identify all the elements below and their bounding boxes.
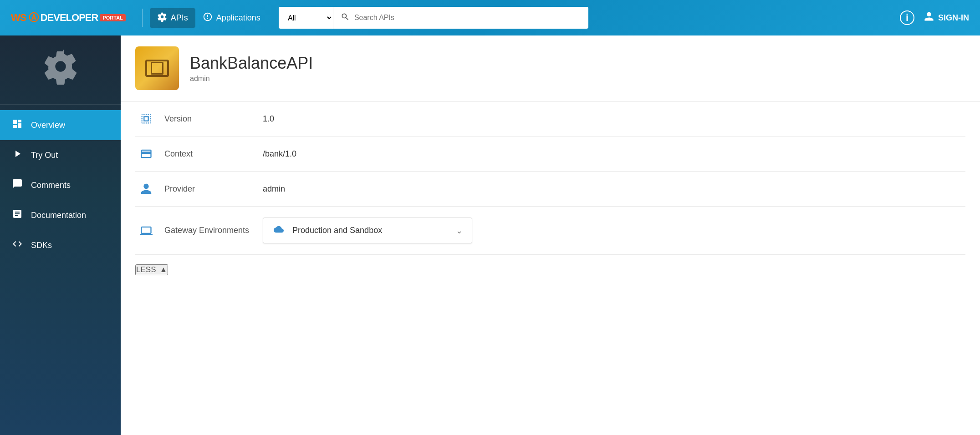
tryout-icon [11,148,24,162]
info-button[interactable]: i [900,10,914,25]
content-area: BankBalanceAPI admin Version 1.0 [121,35,980,435]
gateway-dropdown[interactable]: Production and Sandbox ⌄ [263,218,472,243]
main-layout: Overview Try Out Comments [0,35,980,435]
sidebar-nav: Overview Try Out Comments [0,105,121,266]
sidebar-item-tryout[interactable]: Try Out [0,140,121,170]
version-label: Version [164,114,255,124]
apis-gear-icon [157,12,167,24]
sdks-icon [11,238,24,252]
navbar: WS Ⓐ DEVELOPER PORTAL APIs Applications … [0,0,980,35]
person-icon [924,11,934,25]
sidebar-item-comments-label: Comments [31,181,71,190]
info-row-context: Context /bank/1.0 [135,137,965,172]
version-icon [135,112,157,125]
sign-in-button[interactable]: SIGN-IN [924,11,969,25]
sidebar-logo-area [0,35,121,105]
nav-tab-applications-label: Applications [216,13,260,23]
nav-tab-applications[interactable]: Applications [195,8,268,28]
gateway-env-icon [135,224,157,237]
api-icon [135,46,179,90]
info-row-provider: Provider admin [135,172,965,207]
search-box [333,7,588,29]
less-button[interactable]: LESS ▲ [135,264,168,275]
api-subtitle: admin [190,75,965,83]
search-icon [341,12,350,24]
sidebar: Overview Try Out Comments [0,35,121,435]
less-label: LESS [136,265,156,274]
context-icon [135,147,157,160]
sidebar-item-tryout-label: Try Out [31,151,58,160]
sidebar-item-overview-label: Overview [31,121,65,130]
gateway-value: Production and Sandbox [292,226,449,235]
sidebar-item-documentation[interactable]: Documentation [0,200,121,230]
brand-wso2: WS Ⓐ DEVELOPER [11,11,98,25]
overview-icon [11,118,24,132]
sidebar-item-sdks[interactable]: SDKs [0,230,121,260]
info-row-version: Version 1.0 [135,101,965,137]
documentation-icon [11,208,24,222]
less-arrow-icon: ▲ [159,265,167,274]
sidebar-gear-icon [42,48,79,91]
provider-icon [135,182,157,195]
nav-divider [142,9,143,27]
sidebar-item-documentation-label: Documentation [31,211,86,220]
version-value: 1.0 [263,114,274,124]
context-value: /bank/1.0 [263,149,296,159]
provider-label: Provider [164,184,255,194]
sign-in-label: SIGN-IN [938,13,969,23]
api-header: BankBalanceAPI admin [121,35,980,101]
search-area: All [279,7,588,29]
applications-icon [203,12,213,24]
chevron-down-icon: ⌄ [456,226,463,236]
gateway-label: Gateway Environments [164,226,255,235]
api-icon-inner [145,60,169,77]
brand: WS Ⓐ DEVELOPER PORTAL [11,11,126,25]
api-title-block: BankBalanceAPI admin [190,54,965,83]
info-section: Version 1.0 Context /bank/1.0 [121,101,980,255]
brand-portal-badge: PORTAL [100,14,125,21]
cloud-icon [272,223,285,238]
sidebar-item-overview[interactable]: Overview [0,110,121,140]
api-title: BankBalanceAPI [190,54,965,73]
provider-value: admin [263,184,285,194]
less-section: LESS ▲ [121,255,980,284]
navbar-right: i SIGN-IN [900,10,969,25]
info-row-gateway: Gateway Environments Production and Sand… [135,207,965,255]
search-input[interactable] [354,14,581,22]
sidebar-item-comments[interactable]: Comments [0,170,121,200]
nav-tab-apis[interactable]: APIs [150,8,195,28]
search-category-select[interactable]: All [279,7,333,29]
sidebar-item-sdks-label: SDKs [31,241,52,250]
comments-icon [11,178,24,192]
nav-tab-apis-label: APIs [171,13,188,23]
context-label: Context [164,149,255,159]
